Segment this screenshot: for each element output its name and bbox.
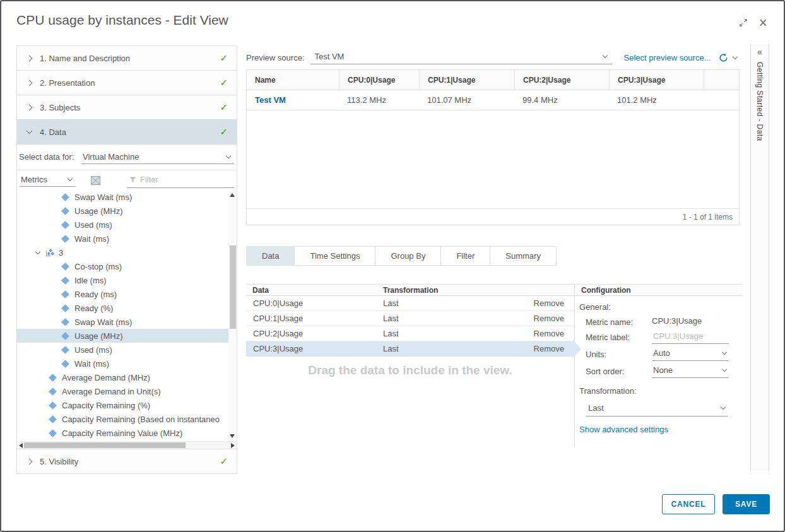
data-row[interactable]: CPU:3|UsageLastRemove xyxy=(246,341,574,357)
subject-type-value: Virtual Machine xyxy=(83,152,139,162)
chevron-down-icon xyxy=(603,53,608,58)
preview-row-name-link[interactable]: Test VM xyxy=(247,90,339,110)
metric-name-value: CPU:3|Usage xyxy=(652,316,729,326)
scroll-right-arrow-icon[interactable] xyxy=(231,443,235,448)
tab-data[interactable]: Data xyxy=(246,246,295,266)
scroll-down-arrow-icon[interactable] xyxy=(230,434,235,438)
scroll-left-arrow-icon[interactable] xyxy=(19,443,23,448)
tree-item[interactable]: Capacity Remaining (%) xyxy=(17,398,237,412)
metrics-mode-select[interactable]: Metrics xyxy=(20,174,76,187)
tab-group-by[interactable]: Group By xyxy=(375,246,441,266)
tree-item-label: Capacity Remaining (Based on instantaneo xyxy=(62,415,220,424)
metric-label-input[interactable]: CPU:3|Usage xyxy=(652,331,729,344)
step-subjects[interactable]: 3. Subjects ✓ xyxy=(16,95,237,120)
tree-item[interactable]: Average Demand in Unit(s) xyxy=(17,384,237,398)
refresh-icon[interactable] xyxy=(719,53,728,62)
data-row-metric: CPU:3|Usage xyxy=(253,344,303,353)
tree-item-label: Capacity Remaining (%) xyxy=(62,401,150,410)
step-visibility[interactable]: 5. Visibility ✓ xyxy=(16,449,237,474)
preview-source-select[interactable]: Test VM xyxy=(310,50,612,64)
tree-item[interactable]: Swap Wait (ms) xyxy=(17,315,237,329)
chevron-down-icon[interactable] xyxy=(35,249,40,254)
tree-item[interactable]: 3 xyxy=(17,245,237,259)
tree-item[interactable]: Used (ms) xyxy=(17,343,237,357)
metric-icon xyxy=(61,346,69,354)
remove-link[interactable]: Remove xyxy=(534,329,564,338)
subject-type-select[interactable]: Virtual Machine xyxy=(81,151,234,164)
scrollbar-thumb[interactable] xyxy=(24,442,186,448)
step-label: 1. Name and Description xyxy=(40,54,220,63)
metric-icon xyxy=(61,360,69,368)
tree-item[interactable]: Capacity Remaining (Based on instantaneo xyxy=(17,412,237,426)
transformation-select[interactable]: Last xyxy=(586,403,728,417)
tree-item-label: Used (ms) xyxy=(74,220,112,230)
metric-filter-input[interactable]: Filter xyxy=(127,173,234,188)
tree-item[interactable]: Wait (ms) xyxy=(17,357,237,370)
tree-item[interactable]: Swap Wait (ms) xyxy=(17,190,237,204)
metric-icon xyxy=(61,221,69,229)
data-row-transformation: Last xyxy=(383,344,399,353)
tree-item-label: Ready (ms) xyxy=(74,290,117,299)
remove-link[interactable]: Remove xyxy=(534,314,564,323)
preview-source-value: Test VM xyxy=(314,52,344,61)
tree-item-label: Usage (MHz) xyxy=(74,206,123,216)
select-preview-source-link[interactable]: Select preview source... xyxy=(623,53,711,62)
tree-item-label: Wait (ms) xyxy=(74,234,109,244)
horizontal-scrollbar[interactable] xyxy=(17,441,237,449)
expand-dialog-icon[interactable] xyxy=(739,18,748,27)
units-value: Auto xyxy=(653,348,670,358)
tab-time-settings[interactable]: Time Settings xyxy=(294,246,375,266)
step-label: 2. Presentation xyxy=(40,78,220,88)
units-select[interactable]: Auto xyxy=(652,348,729,361)
data-row[interactable]: CPU:1|UsageLastRemove xyxy=(246,311,574,326)
tree-item[interactable]: Ready (ms) xyxy=(17,287,237,301)
scroll-up-arrow-icon[interactable] xyxy=(230,193,235,197)
tab-summary[interactable]: Summary xyxy=(490,246,557,266)
remove-link[interactable]: Remove xyxy=(534,299,564,308)
tree-item-label: Swap Wait (ms) xyxy=(74,317,132,327)
close-icon[interactable]: × xyxy=(759,18,767,28)
tree-item[interactable]: Idle (ms) xyxy=(17,273,237,287)
tree-item[interactable]: Used (ms) xyxy=(17,218,237,232)
collapse-panel-icon[interactable]: « xyxy=(757,47,762,57)
step-name-and-description[interactable]: 1. Name and Description ✓ xyxy=(16,45,237,71)
step-data[interactable]: 4. Data ✓ xyxy=(16,119,237,145)
cancel-button[interactable]: CANCEL xyxy=(662,494,715,514)
tree-item[interactable]: Ready (%) xyxy=(17,301,237,315)
metric-icon xyxy=(61,304,69,312)
chevron-down-icon xyxy=(68,176,73,181)
sort-order-label: Sort order: xyxy=(586,365,652,376)
chevron-down-icon xyxy=(721,405,726,410)
chevron-down-icon xyxy=(226,153,231,158)
step-label: 5. Visibility xyxy=(40,457,220,466)
remove-link[interactable]: Remove xyxy=(534,344,564,353)
save-button[interactable]: SAVE xyxy=(723,494,770,514)
getting-started-tab[interactable]: « Getting Started - Data xyxy=(750,44,769,471)
tree-item[interactable]: Co-stop (ms) xyxy=(17,259,237,273)
column-header: CPU:0|Usage xyxy=(339,70,419,90)
data-row[interactable]: CPU:2|UsageLastRemove xyxy=(246,326,574,341)
preview-row-value: 101.07 MHz xyxy=(419,90,514,110)
vertical-scrollbar[interactable] xyxy=(228,190,237,441)
data-row-transformation: Last xyxy=(383,299,399,308)
tree-item[interactable]: Average Demand (MHz) xyxy=(17,370,237,384)
metric-icon xyxy=(49,374,57,382)
data-row[interactable]: CPU:0|UsageLastRemove xyxy=(246,296,574,311)
chevron-down-icon[interactable] xyxy=(732,54,737,59)
chevron-right-icon xyxy=(27,55,33,61)
step-presentation[interactable]: 2. Presentation ✓ xyxy=(16,70,237,95)
tab-filter[interactable]: Filter xyxy=(440,246,490,266)
tree-item[interactable]: Usage (MHz) xyxy=(17,204,237,218)
preview-source-label: Preview source: xyxy=(246,53,304,62)
column-header: Name xyxy=(247,70,339,90)
tree-item[interactable]: Capacity Remaining Value (MHz) xyxy=(17,426,237,440)
show-advanced-settings-link[interactable]: Show advanced settings xyxy=(579,425,668,434)
scrollbar-thumb[interactable] xyxy=(230,245,236,329)
metric-icon xyxy=(61,276,69,285)
tree-item[interactable]: Usage (MHz) xyxy=(17,329,237,343)
sort-order-select[interactable]: None xyxy=(652,365,729,378)
tree-item[interactable]: Wait (ms) xyxy=(17,232,237,245)
selected-data-list: Data Transformation CPU:0|UsageLastRemov… xyxy=(246,284,574,447)
preview-table-empty-area xyxy=(247,110,739,208)
data-row-metric: CPU:2|Usage xyxy=(253,329,303,338)
